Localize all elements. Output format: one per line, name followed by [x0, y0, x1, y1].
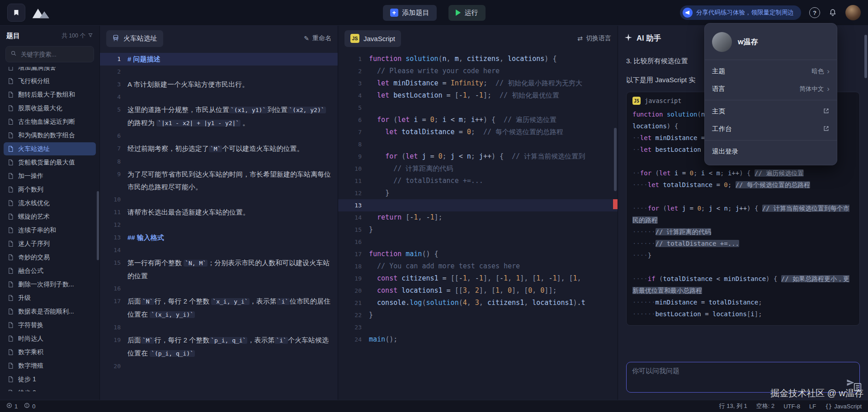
- code-line[interactable]: 3 let minDistance = Infinity; // 初始化最小路程…: [338, 77, 618, 89]
- sidebar-item[interactable]: 升级: [4, 291, 96, 304]
- code-line[interactable]: 22}: [338, 309, 618, 321]
- code-line[interactable]: 20 const locations1 = [[3, 2], [1, 0], […: [338, 285, 618, 297]
- editor-scrollbar[interactable]: [614, 128, 617, 191]
- code-line[interactable]: 10 // 计算距离的代码: [338, 163, 618, 175]
- sidebar-item[interactable]: 连续子串的和: [4, 224, 96, 237]
- markdown-line[interactable]: 6: [100, 130, 338, 142]
- errors-indicator[interactable]: 1: [6, 403, 18, 410]
- code-line[interactable]: 19 const citizens1 = [[-1, -1], [-1, 1],…: [338, 272, 618, 285]
- sidebar-item[interactable]: 奇妙的交易: [4, 251, 96, 264]
- run-button[interactable]: 运行: [448, 5, 486, 21]
- markdown-line[interactable]: 7经过前期考察，初步选定了`M`个可以建造火车站的位置。: [100, 142, 338, 155]
- eol-setting[interactable]: LF: [809, 403, 816, 410]
- code-line[interactable]: 15}: [338, 224, 618, 236]
- code-line[interactable]: 11 // totalDistance +=...: [338, 175, 618, 187]
- sidebar-item[interactable]: 融合公式: [4, 264, 96, 277]
- app-logo-icon[interactable]: [7, 4, 25, 22]
- markdown-line[interactable]: 13## 输入格式: [100, 231, 338, 244]
- menu-item-theme[interactable]: 主题 暗色 ›: [705, 62, 837, 80]
- markdown-line[interactable]: 12: [100, 219, 338, 231]
- add-problem-button[interactable]: + 添加题目: [383, 5, 437, 21]
- sidebar-item[interactable]: 增加漏洞预警: [4, 67, 96, 74]
- sidebar-item[interactable]: 古生物血缘远近判断: [4, 115, 96, 128]
- markdown-line[interactable]: 3A 市计划新建一个火车站方便市民出行。: [100, 78, 338, 91]
- menu-item-logout[interactable]: 退出登录: [705, 143, 837, 160]
- sidebar-item[interactable]: 删除一次得到子数...: [4, 278, 96, 291]
- markdown-line[interactable]: 14: [100, 244, 338, 257]
- code-line[interactable]: 7 let totalDistance = 0; // 每个候选位置的总路程: [338, 126, 618, 138]
- markdown-line[interactable]: 17后面`N`行，每行 2 个整数 `x_i, y_i`，表示第`i`位市民的居…: [100, 295, 338, 321]
- brand-mountain-logo-icon[interactable]: [32, 6, 51, 19]
- code-line[interactable]: 13: [338, 199, 618, 211]
- cursor-position[interactable]: 行 13, 列 1: [719, 402, 747, 410]
- menu-item-home[interactable]: 主页: [705, 103, 837, 120]
- markdown-line[interactable]: 4: [100, 91, 338, 103]
- problem-tab[interactable]: 火车站选址: [106, 30, 163, 47]
- sidebar-item[interactable]: 徒步 2: [4, 386, 96, 391]
- sidebar-item[interactable]: 流水线优化: [4, 197, 96, 210]
- code-line[interactable]: 9 for (let j = 0; j < n; j++) { // 计算当前候…: [338, 150, 618, 163]
- search-input[interactable]: [20, 51, 89, 58]
- sidebar-item[interactable]: 火车站选址: [4, 142, 96, 155]
- sidebar-item[interactable]: 飞行棋分组: [4, 75, 96, 88]
- sidebar-item[interactable]: 两个数列: [4, 183, 96, 196]
- help-icon[interactable]: ?: [809, 7, 820, 18]
- markdown-line[interactable]: 10: [100, 193, 338, 206]
- markdown-line[interactable]: 19后面`M`行，每行 2 个整数`p_i, q_i`，表示第`i`个火车站候选…: [100, 334, 338, 360]
- indentation-setting[interactable]: 空格: 2: [756, 402, 774, 410]
- markdown-line[interactable]: 16: [100, 282, 338, 295]
- problem-markdown-editor[interactable]: 1# 问题描述23A 市计划新建一个火车站方便市民出行。45这里的道路十分规整，…: [100, 51, 338, 400]
- sidebar-scrollbar[interactable]: [97, 191, 99, 260]
- code-line[interactable]: 6 for (let i = 0; i < m; i++) { // 遍历候选位…: [338, 114, 618, 126]
- sidebar-item[interactable]: 加一操作: [4, 169, 96, 183]
- sidebar-item[interactable]: 螺旋的艺术: [4, 210, 96, 223]
- code-line[interactable]: 2 // Please write your code here: [338, 65, 618, 77]
- markdown-line[interactable]: 18: [100, 321, 338, 334]
- filter-icon[interactable]: [88, 33, 93, 39]
- markdown-line[interactable]: 20: [100, 360, 338, 373]
- code-line[interactable]: 8: [338, 138, 618, 150]
- sidebar-item[interactable]: 和为偶数的数字组合: [4, 129, 96, 142]
- markdown-line[interactable]: 15第一行有两个整数 `N, M`；分别表示市民的人数和可以建设火车站的位置: [100, 257, 338, 282]
- language-tab[interactable]: JS JavaScript: [344, 30, 401, 47]
- markdown-line[interactable]: 5这里的道路十分规整，市民从位置`(x1, y1)`到位置`(x2, y2)`的…: [100, 103, 338, 130]
- ai-scrollbar[interactable]: [864, 35, 867, 78]
- chat-input[interactable]: [627, 362, 859, 392]
- sidebar-item[interactable]: 时尚达人: [4, 332, 96, 345]
- sidebar-item[interactable]: 迷人子序列: [4, 237, 96, 250]
- sidebar-item[interactable]: 股票收益最大化: [4, 102, 96, 115]
- code-line[interactable]: 17function main() {: [338, 248, 618, 260]
- code-line[interactable]: 24main();: [338, 333, 618, 346]
- code-line[interactable]: 12 }: [338, 187, 618, 199]
- notifications-bell-icon[interactable]: [828, 8, 837, 17]
- code-line[interactable]: 23: [338, 321, 618, 333]
- menu-item-workbench[interactable]: 工作台: [705, 120, 837, 138]
- sidebar-item[interactable]: 字符替换: [4, 318, 96, 332]
- markdown-line[interactable]: 11请帮市长选出最合适新建火车站的位置。: [100, 206, 338, 219]
- encoding-setting[interactable]: UTF-8: [783, 403, 800, 410]
- sidebar-item[interactable]: 货船载货量的最大值: [4, 156, 96, 169]
- sidebar-item[interactable]: 翻转后最大子数组和: [4, 88, 96, 101]
- code-editor[interactable]: 1function solution(n, m, citizens, locat…: [338, 51, 618, 400]
- code-line[interactable]: 14 return [-1, -1];: [338, 211, 618, 224]
- sidebar-item[interactable]: 数字增殖: [4, 359, 96, 372]
- code-line[interactable]: 16: [338, 236, 618, 248]
- markdown-line[interactable]: 1# 问题描述: [100, 53, 338, 66]
- sidebar-item[interactable]: 数字乘积: [4, 346, 96, 359]
- code-line[interactable]: 18 // You can add more test cases here: [338, 260, 618, 272]
- menu-item-language[interactable]: 语言 简体中文 ›: [705, 80, 837, 98]
- switch-language-button[interactable]: ⇄ 切换语言: [577, 34, 611, 42]
- markdown-line[interactable]: 2: [100, 66, 338, 78]
- promo-banner[interactable]: 分享代码练习体验，领限量定制周边: [680, 5, 801, 20]
- feedback-icon[interactable]: [853, 382, 863, 392]
- user-avatar[interactable]: [845, 5, 861, 20]
- markdown-line[interactable]: 9为了尽可能节省市民到达火车站的时间，市长希望新建的车站离每位市民的总路程尽可能…: [100, 168, 338, 193]
- code-line[interactable]: 5: [338, 102, 618, 114]
- code-line[interactable]: 1function solution(n, m, citizens, locat…: [338, 53, 618, 65]
- sidebar-item[interactable]: 徒步 1: [4, 373, 96, 386]
- warnings-indicator[interactable]: 0: [24, 403, 35, 410]
- code-line[interactable]: 4 let bestLocation = [-1, -1]; // 初始化最优位…: [338, 89, 618, 102]
- markdown-line[interactable]: 8: [100, 155, 338, 168]
- rename-button[interactable]: ✎ 重命名: [304, 34, 331, 42]
- language-mode[interactable]: {} JavaScript: [825, 403, 862, 410]
